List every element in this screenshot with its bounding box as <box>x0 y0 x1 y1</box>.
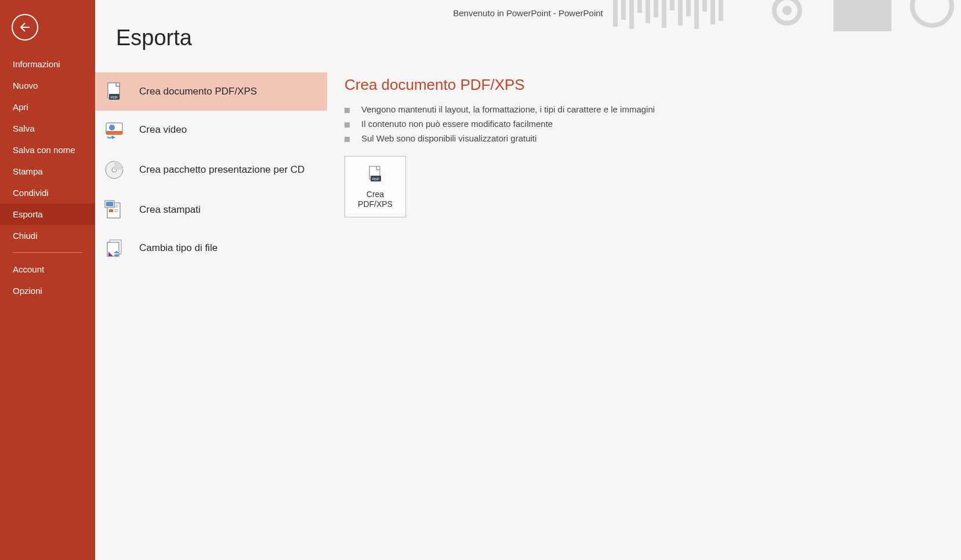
sidebar-item-label: Nuovo <box>13 81 38 90</box>
sidebar-item-label: Apri <box>13 102 28 112</box>
export-option-label: Crea documento PDF/XPS <box>139 85 257 98</box>
export-options-list: PDF Crea documento PDF/XPS <box>95 72 327 267</box>
sidebar-item-print[interactable]: Stampa <box>0 161 95 182</box>
sidebar-item-label: Chiudi <box>13 231 38 241</box>
bullet-icon <box>344 137 350 142</box>
sidebar-item-label: Opzioni <box>13 286 42 296</box>
sidebar-item-info[interactable]: Informazioni <box>0 53 95 75</box>
export-option-label: Crea pacchetto presentazione per CD <box>139 163 304 176</box>
sidebar-item-label: Informazioni <box>13 59 60 69</box>
change-filetype-icon <box>103 237 125 259</box>
page-title: Esporta <box>95 26 961 50</box>
sidebar-item-label: Account <box>13 264 44 274</box>
sidebar-item-account[interactable]: Account <box>0 259 95 280</box>
main-content: Benvenuto in PowerPoint - PowerPoint Esp… <box>95 0 961 560</box>
export-option-label: Cambia tipo di file <box>139 242 217 254</box>
sidebar-item-label: Esporta <box>13 209 43 219</box>
sidebar-item-label: Salva <box>13 123 35 133</box>
sidebar-item-open[interactable]: Apri <box>0 96 95 118</box>
sidebar-item-export[interactable]: Esporta <box>0 203 95 225</box>
export-option-package-cd[interactable]: Crea pacchetto presentazione per CD <box>95 149 327 191</box>
svg-marker-24 <box>112 136 115 139</box>
pdf-document-icon: PDF <box>103 81 125 103</box>
window-title-bar: Benvenuto in PowerPoint - PowerPoint <box>95 0 961 26</box>
sidebar-item-options[interactable]: Opzioni <box>0 280 95 301</box>
export-option-pdf-xps[interactable]: PDF Crea documento PDF/XPS <box>95 72 327 111</box>
bullet-text: Sul Web sono disponibili visualizzatori … <box>361 133 536 143</box>
back-button[interactable] <box>12 14 38 41</box>
export-option-handouts[interactable]: Crea stampati <box>95 191 327 229</box>
bullet-text: Vengono mantenuti il layout, la formatta… <box>361 104 655 114</box>
sidebar-item-label: Condividi <box>13 188 49 198</box>
backstage-sidebar: Informazioni Nuovo Apri Salva Salva con … <box>0 0 95 560</box>
pdf-export-icon: PDF <box>365 164 386 185</box>
sidebar-item-share[interactable]: Condividi <box>0 182 95 203</box>
cd-icon <box>103 159 125 181</box>
svg-rect-23 <box>106 131 122 134</box>
details-bullet-item: Il contenuto non può essere modificato f… <box>344 117 655 131</box>
details-title: Crea documento PDF/XPS <box>344 76 655 94</box>
handouts-icon <box>103 199 125 221</box>
sidebar-item-label: Salva con nome <box>13 145 75 155</box>
svg-text:PDF: PDF <box>372 177 379 181</box>
sidebar-divider <box>13 252 82 253</box>
export-option-change-filetype[interactable]: Cambia tipo di file <box>95 229 327 267</box>
sidebar-item-close[interactable]: Chiudi <box>0 225 95 246</box>
sidebar-item-save[interactable]: Salva <box>0 118 95 139</box>
video-icon <box>103 119 125 141</box>
details-bullet-list: Vengono mantenuti il layout, la formatta… <box>344 102 655 146</box>
sidebar-item-label: Stampa <box>13 166 43 176</box>
details-bullet-item: Vengono mantenuti il layout, la formatta… <box>344 102 655 117</box>
export-option-label: Crea stampati <box>139 203 201 216</box>
details-bullet-item: Sul Web sono disponibili visualizzatori … <box>344 131 655 146</box>
action-button-label: Crea PDF/XPS <box>349 190 402 209</box>
sidebar-item-save-as[interactable]: Salva con nome <box>0 139 95 161</box>
arrow-left-icon <box>18 20 32 34</box>
export-option-label: Crea video <box>139 123 187 136</box>
svg-point-22 <box>109 125 115 130</box>
export-details-panel: Crea documento PDF/XPS Vengono mantenuti… <box>327 72 655 267</box>
export-option-video[interactable]: Crea video <box>95 111 327 149</box>
svg-rect-35 <box>106 202 113 206</box>
svg-rect-31 <box>109 209 113 212</box>
bullet-text: Il contenuto non può essere modificato f… <box>361 119 553 129</box>
bullet-icon <box>344 108 350 113</box>
window-title: Benvenuto in PowerPoint - PowerPoint <box>453 8 603 18</box>
create-pdf-xps-button[interactable]: PDF Crea PDF/XPS <box>344 156 406 217</box>
svg-text:PDF: PDF <box>111 96 118 99</box>
sidebar-item-new[interactable]: Nuovo <box>0 75 95 96</box>
bullet-icon <box>344 122 350 128</box>
